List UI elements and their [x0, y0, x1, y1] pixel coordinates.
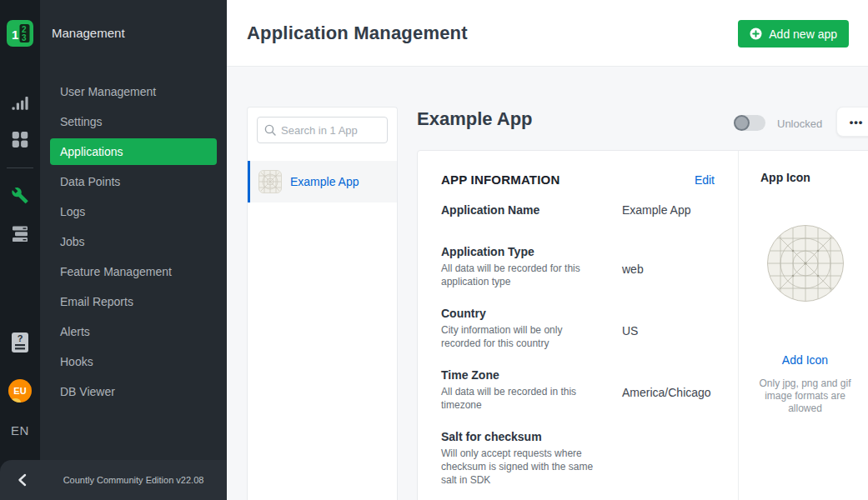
field-value: Example App — [622, 203, 691, 217]
analytics-icon[interactable] — [12, 95, 28, 112]
app-information-card: APP INFORMATION Edit Application Name Ex… — [417, 150, 868, 500]
search-input[interactable] — [281, 124, 380, 137]
field-description: City information will be only recorded f… — [441, 323, 600, 350]
field-application-type: Application Type All data will be record… — [441, 245, 715, 288]
lock-toggle[interactable] — [734, 115, 765, 131]
server-icon[interactable] — [12, 225, 28, 243]
sidebar-menu-list: User Management Settings Applications Da… — [40, 78, 227, 408]
icon-rail: 1 2 3 — [0, 0, 40, 500]
add-new-app-label: Add new app — [769, 28, 837, 41]
edit-link[interactable]: Edit — [695, 173, 715, 187]
management-sidebar: Management User Management Settings Appl… — [40, 0, 227, 500]
app-information-column: APP INFORMATION Edit Application Name Ex… — [418, 151, 738, 500]
help-report-icon[interactable]: ? — [11, 332, 29, 353]
app-icon-heading: App Icon — [760, 171, 868, 184]
field-label: Application Type — [441, 245, 600, 258]
add-new-app-button[interactable]: Add new app — [738, 20, 849, 48]
field-value: web — [622, 245, 644, 288]
user-avatar[interactable]: EU — [8, 379, 32, 402]
app-information-heading: APP INFORMATION — [441, 172, 559, 187]
sidebar-item-feature-management[interactable]: Feature Management — [50, 258, 217, 285]
plus-circle-icon — [750, 28, 762, 40]
collapse-sidebar-icon[interactable] — [13, 471, 31, 489]
app-list-panel: Example App — [247, 107, 398, 500]
sidebar-item-logs[interactable]: Logs — [50, 198, 217, 225]
field-description: All data will be recorded in this timezo… — [441, 385, 600, 412]
field-label: Salt for checksum — [441, 430, 600, 443]
app-search-box — [257, 117, 388, 143]
lock-state-label: Unlocked — [777, 118, 822, 130]
avatar-initials: EU — [13, 386, 26, 396]
field-label: Time Zone — [441, 368, 600, 382]
field-description: All data will be recorded for this appli… — [441, 262, 600, 288]
app-thumbnail-icon — [258, 170, 282, 193]
svg-text:?: ? — [18, 333, 23, 343]
sidebar-title: Management — [52, 26, 125, 40]
app-icon-panel: App Icon Add Icon Only jpg, png — [738, 151, 868, 500]
edition-version-label: Countly Community Edition v22.08 — [40, 460, 227, 500]
icon-format-hint: Only jpg, png and gif image formats are … — [750, 378, 861, 415]
sidebar-item-settings[interactable]: Settings — [50, 108, 217, 135]
field-description: Will only accept requests where checksum… — [441, 447, 600, 487]
field-label: Country — [441, 307, 600, 320]
rail-divider — [7, 168, 33, 168]
content-area: Example App Example App Unlocked ••• APP… — [227, 67, 868, 500]
language-selector[interactable]: EN — [0, 423, 40, 438]
sidebar-item-email-reports[interactable]: Email Reports — [50, 288, 217, 315]
svg-text:2: 2 — [22, 25, 27, 34]
app-detail-title: Example App — [417, 108, 533, 130]
field-value: US — [622, 307, 638, 350]
search-icon — [264, 124, 276, 136]
svg-text:1: 1 — [12, 28, 18, 42]
toggle-knob-icon — [734, 115, 750, 131]
app-list-item-example-app[interactable]: Example App — [248, 161, 397, 202]
field-label: Application Name — [441, 203, 600, 217]
sidebar-item-data-points[interactable]: Data Points — [50, 168, 217, 195]
field-time-zone: Time Zone All data will be recorded in t… — [441, 368, 715, 412]
wrench-icon[interactable] — [12, 187, 29, 204]
svg-text:3: 3 — [22, 33, 27, 42]
sidebar-item-jobs[interactable]: Jobs — [50, 228, 217, 255]
dashboard-grid-icon[interactable] — [13, 132, 28, 148]
field-application-name: Application Name Example App — [441, 203, 715, 217]
add-icon-link[interactable]: Add Icon — [739, 353, 868, 367]
field-value: America/Chicago — [622, 368, 711, 412]
page-header: Application Management Add new app — [227, 0, 868, 67]
sidebar-footer: Countly Community Edition v22.08 — [0, 460, 227, 500]
more-options-button[interactable]: ••• — [836, 107, 868, 137]
countly-logo-icon[interactable]: 1 2 3 — [7, 20, 33, 47]
field-salt-for-checksum: Salt for checksum Will only accept reque… — [441, 430, 715, 487]
app-list-item-label: Example App — [290, 175, 359, 188]
sidebar-item-db-viewer[interactable]: DB Viewer — [50, 378, 217, 405]
sidebar-item-user-management[interactable]: User Management — [50, 78, 217, 105]
sidebar-item-hooks[interactable]: Hooks — [50, 348, 217, 375]
page-title: Application Management — [247, 22, 468, 44]
field-country: Country City information will be only re… — [441, 307, 715, 350]
app-icon-placeholder — [767, 225, 844, 302]
sidebar-item-alerts[interactable]: Alerts — [50, 318, 217, 345]
sidebar-item-applications[interactable]: Applications — [50, 138, 217, 165]
